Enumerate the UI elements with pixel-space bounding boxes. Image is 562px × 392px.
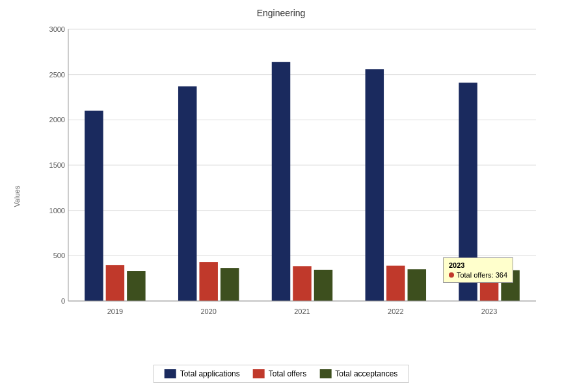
svg-text:2000: 2000 <box>49 116 65 124</box>
svg-rect-20 <box>221 268 239 301</box>
svg-text:0: 0 <box>61 297 65 305</box>
svg-rect-26 <box>366 69 384 301</box>
legend-box-applications <box>165 369 176 378</box>
legend-item-applications: Total applications <box>165 369 240 378</box>
legend-label-applications: Total applications <box>180 369 240 378</box>
legend: Total applications Total offers Total ac… <box>154 365 409 383</box>
svg-text:2020: 2020 <box>200 307 216 315</box>
svg-rect-22 <box>272 62 290 301</box>
legend-item-offers: Total offers <box>253 369 306 378</box>
legend-label-offers: Total offers <box>269 369 306 378</box>
svg-rect-16 <box>127 271 145 301</box>
svg-text:2022: 2022 <box>388 307 403 315</box>
svg-rect-14 <box>85 111 103 301</box>
svg-text:1500: 1500 <box>49 161 65 169</box>
svg-rect-23 <box>293 266 311 301</box>
svg-text:1000: 1000 <box>49 207 65 215</box>
legend-box-acceptances <box>319 369 331 378</box>
svg-rect-15 <box>106 265 124 301</box>
chart-area: 0500100015002000250030002019202020212022… <box>39 23 549 327</box>
svg-rect-27 <box>386 266 405 301</box>
svg-text:2500: 2500 <box>49 71 65 79</box>
svg-rect-24 <box>314 270 332 301</box>
legend-box-offers <box>253 369 265 378</box>
svg-rect-19 <box>199 262 217 301</box>
svg-text:2023: 2023 <box>481 307 497 315</box>
svg-rect-31 <box>480 267 498 301</box>
svg-text:2019: 2019 <box>107 307 123 315</box>
svg-rect-18 <box>178 86 196 301</box>
svg-text:3000: 3000 <box>49 25 65 33</box>
chart-container: Engineering Values 050010001500200025003… <box>0 0 562 392</box>
chart-title: Engineering <box>0 0 562 21</box>
svg-rect-30 <box>459 83 477 301</box>
svg-text:2021: 2021 <box>294 307 310 315</box>
legend-label-acceptances: Total acceptances <box>335 369 397 378</box>
svg-rect-28 <box>408 269 426 301</box>
svg-text:500: 500 <box>53 252 65 259</box>
svg-rect-32 <box>501 270 519 301</box>
chart-svg: 0500100015002000250030002019202020212022… <box>39 23 549 327</box>
y-axis-label: Values <box>13 185 21 207</box>
legend-item-acceptances: Total acceptances <box>319 369 397 378</box>
